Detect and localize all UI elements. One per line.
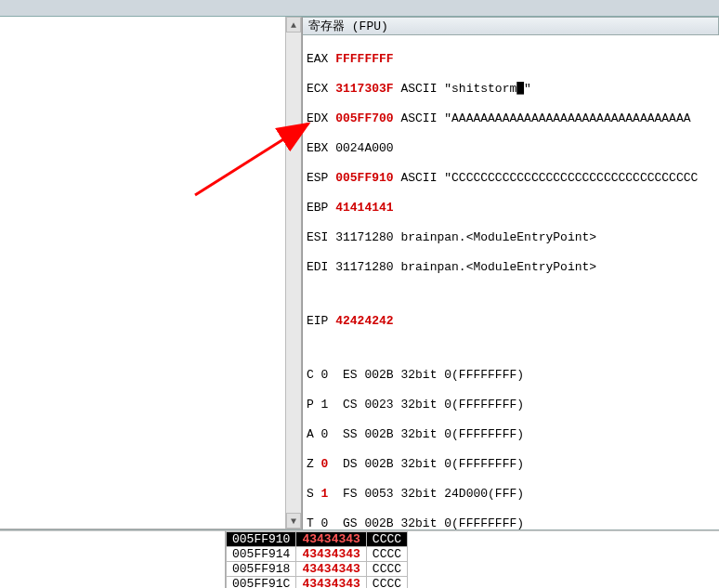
reg-eip: EIP 42424242 (307, 314, 715, 329)
stack-ascii: CCCC (366, 547, 407, 562)
flag-t: T 0 GS 002B 32bit 0(FFFFFFFF) (307, 516, 715, 529)
reg-ecx: ECX 3117303F ASCII "shitstorm█" (307, 82, 715, 97)
disasm-pane[interactable]: ▲ ▼ (0, 17, 302, 529)
reg-edi: EDI 31171280 brainpan.<ModuleEntryPoint> (307, 260, 715, 275)
flag-p: P 1 CS 0023 32bit 0(FFFFFFFF) (307, 398, 715, 412)
scroll-up-icon[interactable]: ▲ (286, 17, 301, 33)
registers-pane: 寄存器 (FPU) EAX FFFFFFFF ECX 3117303F ASCI… (302, 17, 719, 529)
flag-z: Z 0 DS 002B 32bit 0(FFFFFFFF) (307, 457, 715, 472)
registers-header[interactable]: 寄存器 (FPU) (302, 17, 719, 35)
left-scrollbar[interactable]: ▲ ▼ (285, 17, 301, 529)
stack-val: 43434343 (296, 532, 366, 547)
stack-row[interactable]: 005FF91C 43434343 CCCC (227, 577, 408, 589)
reg-eax: EAX FFFFFFFF (307, 52, 715, 67)
dump-pane[interactable] (0, 530, 226, 588)
stack-row[interactable]: 005FF918 43434343 CCCC (227, 562, 408, 577)
stack-addr: 005FF918 (227, 562, 296, 577)
stack-row[interactable]: 005FF914 43434343 CCCC (227, 547, 408, 562)
bottom-area: 005FF910 43434343 CCCC 005FF914 43434343… (0, 529, 719, 588)
flag-c: C 0 ES 002B 32bit 0(FFFFFFFF) (307, 368, 715, 383)
reg-ebx: EBX 0024A000 (307, 141, 715, 156)
stack-ascii: CCCC (366, 532, 407, 547)
flag-s: S 1 FS 0053 32bit 24D000(FFF) (307, 487, 715, 502)
scroll-down-icon[interactable]: ▼ (286, 513, 301, 529)
reg-esp: ESP 005FF910 ASCII "CCCCCCCCCCCCCCCCCCCC… (307, 171, 715, 186)
registers-body[interactable]: EAX FFFFFFFF ECX 3117303F ASCII "shitsto… (302, 35, 719, 529)
main-area: ▲ ▼ 寄存器 (FPU) EAX FFFFFFFF ECX 3117303F … (0, 17, 719, 529)
flag-a: A 0 SS 002B 32bit 0(FFFFFFFF) (307, 427, 715, 442)
stack-addr: 005FF91C (227, 577, 296, 589)
stack-ascii: CCCC (366, 562, 407, 577)
stack-val: 43434343 (296, 562, 366, 577)
stack-row[interactable]: 005FF910 43434343 CCCC (227, 532, 408, 547)
stack-val: 43434343 (296, 547, 366, 562)
reg-ebp: EBP 41414141 (307, 201, 715, 216)
window-titlebar (0, 0, 719, 17)
reg-esi: ESI 31171280 brainpan.<ModuleEntryPoint> (307, 230, 715, 245)
stack-val: 43434343 (296, 577, 366, 589)
stack-table: 005FF910 43434343 CCCC 005FF914 43434343… (226, 531, 408, 588)
stack-pane[interactable]: 005FF910 43434343 CCCC 005FF914 43434343… (226, 530, 719, 588)
registers-title: 寄存器 (FPU) (308, 20, 388, 33)
stack-addr: 005FF910 (227, 532, 296, 547)
reg-edx: EDX 005FF700 ASCII "AAAAAAAAAAAAAAAAAAAA… (307, 111, 715, 126)
stack-addr: 005FF914 (227, 547, 296, 562)
stack-ascii: CCCC (366, 577, 407, 589)
